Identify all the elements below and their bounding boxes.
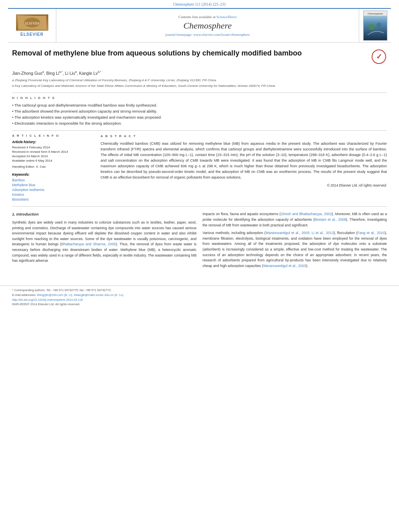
email-addresses[interactable]: lihingzjfc@163.com (B. Li), lvkangle@mai… (37, 293, 124, 297)
keyword-5: Biosorbent (12, 197, 93, 201)
page-container: Chemosphere 111 (2014) 225–231 ELSEVIER … (0, 0, 399, 308)
main-content: Removal of methylene blue from aqueous s… (0, 43, 399, 277)
article-info-col: A R T I C L E I N F O Article history: R… (12, 134, 93, 202)
keywords-section: Keywords: Bamboo Methylene blue Adsorpti… (12, 173, 93, 201)
header-center: Contents lists available at ScienceDirec… (56, 9, 359, 42)
affiliation-b: b Key Laboratory of Catalysis and Materi… (12, 84, 387, 88)
journal-homepage: journal homepage: www.elsevier.com/locat… (165, 33, 250, 37)
issn-line: 0045-6535/© 2014 Elsevier Ltd. All right… (12, 302, 387, 306)
sciencedirect-link[interactable]: ScienceDirect (216, 15, 237, 19)
highlight-item-3: The adsorption kinetics was systematical… (12, 114, 387, 120)
received-date: Received 4 February 2014 (12, 146, 93, 149)
intro-col2-para1: impacts on flora, fauna and aquatic ecos… (203, 212, 387, 228)
svg-text:ELSEVIER: ELSEVIER (25, 22, 39, 25)
abstract-section: A B S T R A C T Chemically modified bamb… (101, 134, 387, 188)
ref-waranusantigul-2[interactable]: Waranusantigul et al., 2003 (263, 264, 306, 268)
article-info-label: A R T I C L E I N F O (12, 134, 93, 138)
affiliations: a Zhejiang Provincial Key Laboratory of … (12, 78, 387, 88)
ref-waranusantigul[interactable]: Waranusantigul et al., 2003; Li et al., … (265, 231, 334, 235)
divider-1 (12, 92, 387, 93)
header-right: Chemosphere Chemosphere (359, 9, 391, 42)
crossmark-icon (372, 49, 386, 64)
keyword-3: Adsorption Isotherms (12, 188, 93, 192)
abstract-col: A B S T R A C T Chemically modified bamb… (101, 134, 387, 202)
ref-fang[interactable]: Fang et al., 2010 (357, 231, 385, 235)
highlights-section: H I G H L I G H T S The carboxyl group a… (12, 96, 387, 127)
elsevier-logo: ELSEVIER ELSEVIER (16, 14, 48, 37)
article-history-label: Article history: (12, 140, 93, 144)
journal-cover-image: Chemosphere Chemosphere (363, 10, 387, 41)
highlights-list: The carboxyl group and diethylenetriamin… (12, 102, 387, 127)
abstract-copyright: © 2014 Elsevier Ltd. All rights reserved… (101, 183, 387, 188)
highlight-item-1: The carboxyl group and diethylenetriamin… (12, 102, 387, 108)
journal-header: ELSEVIER ELSEVIER Contents lists availab… (8, 8, 391, 43)
authors-line: Jian-Zhong Guoa, Bing Lia,*, Li Liua, Ka… (12, 70, 387, 76)
elsevier-logo-image: ELSEVIER (16, 14, 48, 31)
email-line: E-mail addresses: lihingzjfc@163.com (B.… (12, 293, 387, 297)
email-label: E-mail addresses: (12, 293, 36, 297)
divider-3 (12, 206, 387, 207)
article-info: A R T I C L E I N F O Article history: R… (12, 134, 93, 168)
header-left: ELSEVIER ELSEVIER (8, 9, 56, 42)
svg-point-7 (376, 23, 381, 27)
ref-bestani[interactable]: Bestani et al., 2008 (315, 218, 346, 222)
divider-2 (12, 130, 387, 131)
top-citation: Chemosphere 111 (2014) 225–231 (0, 0, 399, 8)
svg-text:Chemosphere: Chemosphere (368, 12, 383, 15)
page-footer: * Corresponding authors. Tel.: +86 571 6… (0, 286, 399, 308)
keyword-1: Bamboo (12, 178, 93, 182)
intro-heading: 1. Introduction (12, 212, 197, 218)
highlights-label: H I G H L I G H T S (12, 96, 387, 100)
intro-para1: Synthetic dyes are widely used in many i… (12, 220, 197, 264)
highlight-item-4: Electrostatic interaction is responsible… (12, 120, 387, 126)
body-col-left: 1. Introduction Synthetic dyes are widel… (12, 212, 197, 271)
handling-editor: Handling Editor: X. Cao (12, 165, 93, 168)
body-col-right: impacts on flora, fauna and aquatic ecos… (203, 212, 387, 271)
corresponding-author: * Corresponding authors. Tel.: +86 571 6… (12, 288, 387, 292)
article-title: Removal of methylene blue from aqueous s… (12, 49, 367, 58)
intro-col2-para2: Various methods, including adsorption (W… (203, 230, 387, 269)
keyword-2: Methylene blue (12, 183, 93, 187)
ref-bhattacharyya[interactable]: Bhattacharyya and Sharma, 2005 (61, 242, 116, 246)
highlight-item-2: The adsorbent showed the prominent adsor… (12, 108, 387, 114)
affiliation-a: a Zhejiang Provincial Key Laboratory of … (12, 78, 387, 83)
sciencedirect-line: Contents lists available at ScienceDirec… (179, 15, 237, 19)
body-two-col: 1. Introduction Synthetic dyes are widel… (12, 212, 387, 271)
abstract-text: Chemically modified bamboo (CMB) was uti… (101, 141, 387, 181)
article-title-section: Removal of methylene blue from aqueous s… (12, 49, 387, 67)
keyword-4: Kinetics (12, 193, 93, 197)
info-abstract-cols: A R T I C L E I N F O Article history: R… (12, 134, 387, 202)
revised-date: Received in revised form 6 March 2014 (12, 150, 93, 154)
doi-link[interactable]: http://dx.doi.org/10.1016/j.chemosphere.… (12, 298, 387, 302)
journal-title: Chemosphere (183, 21, 232, 31)
keywords-label: Keywords: (12, 173, 93, 177)
online-date: Available online 6 May 2014 (12, 159, 93, 162)
abstract-label: A B S T R A C T (101, 134, 387, 139)
elsevier-brand: ELSEVIER (16, 32, 48, 37)
crossmark-badge[interactable] (371, 49, 387, 65)
accepted-date: Accepted 24 March 2014 (12, 154, 93, 158)
ref-ghosh[interactable]: Ghosh and Bhattacharyya, 2002 (281, 212, 332, 216)
svg-point-6 (368, 24, 375, 30)
citation-text: Chemosphere 111 (2014) 225–231 (173, 2, 226, 6)
